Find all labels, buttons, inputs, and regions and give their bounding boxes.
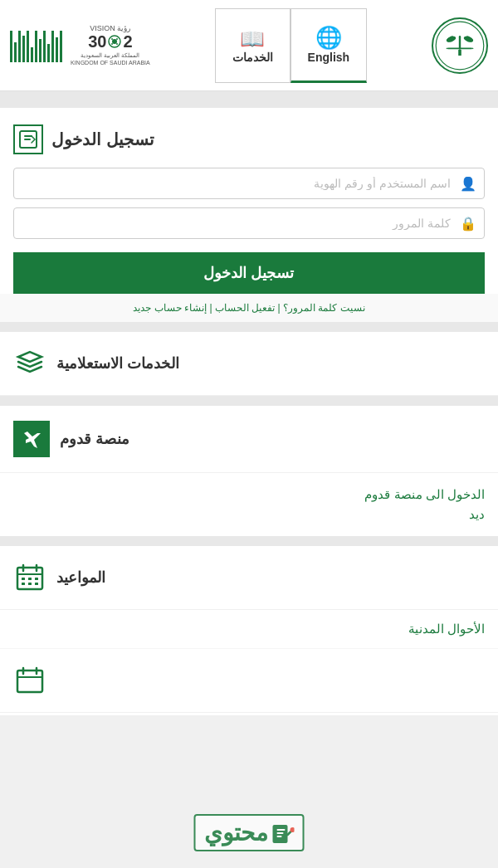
login-icon	[13, 124, 43, 154]
header: 🌐 English 📖 الخدمات رؤية VISION 2 30	[0, 0, 498, 91]
svg-rect-25	[28, 583, 32, 585]
password-input[interactable]	[13, 207, 485, 239]
vision-subtitle: المملكة العربية السعودية KINGDOM OF SAUD…	[71, 51, 150, 66]
vision-year-suffix: 30	[88, 32, 106, 51]
vision-line1: رؤية VISION	[90, 24, 130, 32]
tab-english[interactable]: 🌐 English	[290, 8, 368, 83]
svg-rect-9	[458, 49, 461, 55]
user-icon: 👤	[460, 176, 476, 192]
inquiry-services-card: الخدمات الاستعلامية	[0, 332, 498, 396]
more-appointments	[0, 649, 498, 715]
lock-icon: 🔒	[460, 216, 476, 232]
svg-rect-31	[273, 825, 288, 843]
vision-logo: رؤية VISION 2 30 المملكة العربية السعودي…	[71, 24, 150, 66]
appointments-card: المواعيد الأحوال المدنية	[0, 546, 498, 715]
svg-rect-21	[22, 578, 25, 580]
platform-link[interactable]: الدخول الى منصة قدومديد	[0, 473, 498, 536]
appointments-title: المواعيد	[56, 568, 105, 587]
svg-point-14	[111, 43, 113, 45]
watermark-text: محتوي	[204, 819, 268, 846]
tab-services[interactable]: 📖 الخدمات	[215, 8, 290, 83]
svg-rect-23	[35, 578, 38, 580]
svg-rect-24	[22, 583, 25, 585]
password-group: 🔒	[13, 207, 485, 239]
svg-rect-22	[28, 578, 32, 580]
watermark: محتوي	[194, 814, 305, 851]
appointments-header: المواعيد	[0, 546, 498, 610]
inquiry-services-header: الخدمات الاستعلامية	[0, 332, 498, 396]
vision-area: رؤية VISION 2 30 المملكة العربية السعودي…	[10, 24, 150, 66]
book-icon: 📖	[240, 27, 265, 51]
tab-services-label: الخدمات	[232, 51, 273, 64]
more-icon	[13, 664, 46, 697]
layers-icon	[13, 347, 46, 380]
barcode-icon	[10, 29, 62, 62]
forgot-links-text[interactable]: نسيت كلمة المرور؟ | تفعيل الحساب | إنشاء…	[133, 302, 364, 314]
svg-rect-27	[17, 671, 42, 692]
language-tabs: 🌐 English 📖 الخدمات	[215, 8, 368, 83]
main-content: تسجيل الدخول 👤 🔒 تسجيل الدخول نسيت كلمة …	[0, 91, 498, 715]
svg-point-32	[290, 827, 295, 832]
watermark-icon	[271, 822, 295, 845]
appointments-sub-title[interactable]: الأحوال المدنية	[0, 610, 498, 649]
svg-rect-26	[35, 583, 38, 585]
platform-header: منصة قدوم	[0, 406, 498, 473]
vision-year-prefix: 2	[123, 32, 132, 51]
forgot-links-area: نسيت كلمة المرور؟ | تفعيل الحساب | إنشاء…	[0, 294, 498, 322]
login-section: تسجيل الدخول 👤 🔒 تسجيل الدخول نسيت كلمة …	[0, 108, 498, 322]
platform-icon	[13, 421, 50, 457]
platform-title: منصة قدوم	[60, 430, 129, 448]
more-appointments-header	[0, 649, 498, 713]
svg-point-15	[116, 43, 118, 45]
svg-point-13	[116, 38, 118, 40]
globe-icon: 🌐	[315, 25, 342, 51]
login-header: تسجيل الدخول	[13, 124, 485, 154]
platform-link-text: الدخول الى منصة قدومديد	[364, 487, 485, 521]
logo-area	[432, 17, 488, 74]
login-button[interactable]: تسجيل الدخول	[13, 252, 485, 294]
svg-rect-6	[447, 47, 472, 49]
svg-point-12	[111, 38, 113, 40]
svg-rect-1	[459, 36, 461, 50]
tab-english-label: English	[308, 51, 350, 64]
logo	[432, 17, 488, 74]
calendar-icon	[13, 561, 46, 594]
platform-card: منصة قدوم الدخول الى منصة قدومديد	[0, 406, 498, 536]
username-input[interactable]	[13, 168, 485, 199]
svg-point-11	[112, 39, 117, 44]
inquiry-services-title: الخدمات الاستعلامية	[56, 354, 179, 373]
username-group: 👤	[13, 168, 485, 199]
vision-gear-icon	[108, 35, 121, 48]
login-title: تسجيل الدخول	[51, 129, 154, 149]
